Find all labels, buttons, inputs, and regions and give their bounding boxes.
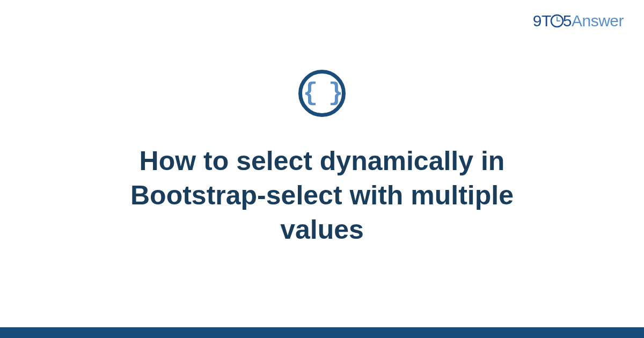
logo-clock-icon <box>550 14 564 28</box>
site-logo: 9T5Answer <box>533 12 624 30</box>
code-braces-icon: { } <box>303 81 341 106</box>
category-icon-circle: { } <box>298 70 346 117</box>
main-content: { } How to select dynamically in Bootstr… <box>0 70 644 247</box>
logo-part-answer: Answer <box>572 12 624 30</box>
article-title: How to select dynamically in Bootstrap-s… <box>64 144 580 247</box>
logo-part-9t: 9T <box>533 12 551 30</box>
footer-bar <box>0 327 644 338</box>
logo-part-5: 5 <box>563 12 572 30</box>
